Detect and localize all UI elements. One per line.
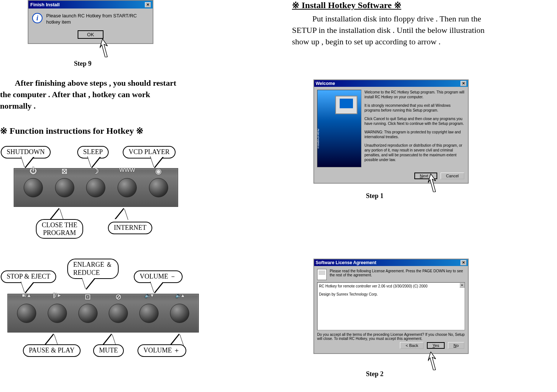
function-heading: ※ Function instructions for Hotkey ※: [0, 126, 143, 136]
finish-install-dialog: Finish Install ✕ i Please launch RC Hotk…: [28, 0, 153, 44]
shutdown-button[interactable]: ⏻: [24, 178, 43, 197]
license-question: Do you accept all the terms of the prece…: [317, 333, 465, 341]
sleep-button[interactable]: ☽: [86, 178, 105, 197]
step9-label: Step 9: [74, 60, 92, 68]
mute-button[interactable]: ⊘: [109, 304, 128, 323]
volume-down-button[interactable]: 🔈▾: [139, 304, 159, 323]
cancel-button[interactable]: Cancel: [441, 173, 464, 179]
internet-button[interactable]: WWW: [118, 178, 137, 197]
license-dialog: Software License Agreement ✕ Please read…: [313, 259, 469, 354]
svg-marker-0: [100, 39, 110, 57]
welcome-p4: WARNING: This program is protected by co…: [364, 130, 465, 139]
license-prompt: Please read the following License Agreem…: [330, 269, 465, 277]
close-callout: CLOSE THE PROGRAM: [36, 219, 83, 239]
hotkey-strip-top: ⏻ ⊠ ☽ WWW ◉: [14, 168, 178, 207]
internet-callout: INTERNET: [108, 222, 152, 234]
finish-install-titlebar: Finish Install ✕: [28, 1, 153, 8]
close-icon[interactable]: ✕: [461, 81, 466, 86]
hotkey-diagram-top: SHUTDOWN SLEEP VCD PLAYER ⏻ ⊠ ☽ WWW ◉ CL…: [1, 146, 193, 249]
svg-marker-2: [428, 352, 438, 370]
volminus-callout: VOLUME －: [134, 270, 183, 283]
finish-install-message: Please launch RC Hotkey from START/RC ho…: [46, 13, 149, 25]
volplus-callout: VOLUME ＋: [137, 344, 186, 357]
arrow-pointer-icon: [100, 39, 111, 59]
volume-up-button[interactable]: 🔈▴: [170, 304, 189, 323]
close-program-button[interactable]: ⊠: [55, 178, 74, 197]
license-titlebar: Software License Agreement ✕: [314, 259, 468, 266]
welcome-titlebar: Welcome ✕: [314, 80, 468, 87]
arrow-pointer-icon: [428, 352, 439, 372]
yes-button[interactable]: YesYes: [427, 342, 445, 349]
license-textarea[interactable]: ▴ RC Hotkey for remote controller ver 2.…: [317, 282, 465, 330]
restart-instruction: After finishing above steps , you should…: [0, 78, 181, 112]
step1-label: Step 1: [366, 192, 384, 200]
install-heading: ※ Install Hotkey Software ※: [292, 0, 492, 10]
install-text: Put installation disk into floppy drive …: [292, 13, 492, 47]
welcome-p3: Click Cancel to quit Setup and then clos…: [364, 116, 465, 126]
installshield-image: [317, 90, 361, 167]
pause-callout: PAUSE & PLAY: [23, 344, 81, 357]
welcome-p2: It is strongly recommended that you exit…: [364, 103, 465, 113]
hotkey-strip-bottom: ■/▲ ǁ/► ⊡ ⊘ 🔈▾ 🔈▴: [7, 294, 199, 333]
license-line2: Design by Sunrex Technology Corp.: [319, 292, 463, 296]
arrow-pointer-icon: [428, 174, 439, 194]
pause-play-button[interactable]: ǁ/►: [48, 304, 67, 323]
vcd-callout: VCD PLAYER: [123, 146, 176, 158]
monitor-icon: [335, 96, 357, 114]
license-title: Software License Agreement: [316, 260, 376, 265]
no-button[interactable]: NoNo: [448, 342, 464, 349]
stop-callout: STOP & EJECT: [1, 270, 56, 283]
enlarge-callout: ENLARGE ＆ REDUCE: [67, 259, 119, 279]
enlarge-reduce-button[interactable]: ⊡: [78, 304, 98, 323]
svg-marker-1: [428, 174, 438, 192]
close-icon[interactable]: ✕: [145, 2, 151, 7]
back-button[interactable]: < Back: [400, 342, 424, 349]
welcome-dialog: Welcome ✕ Welcome to the RC Hotkey Setup…: [313, 79, 469, 184]
scroll-up-icon[interactable]: ▴: [459, 283, 465, 288]
mute-callout: MUTE: [93, 344, 124, 357]
ok-button[interactable]: OK: [78, 30, 104, 39]
document-icon: [317, 269, 327, 280]
finish-install-title: Finish Install: [30, 2, 60, 7]
stop-eject-button[interactable]: ■/▲: [17, 304, 36, 323]
welcome-title: Welcome: [316, 81, 335, 86]
hotkey-diagram-bottom: STOP & EJECT ENLARGE ＆ REDUCE VOLUME － ■…: [1, 259, 208, 377]
vcd-button[interactable]: ◉: [149, 178, 168, 197]
license-line1: RC Hotkey for remote controller ver 2.06…: [319, 284, 463, 288]
close-icon[interactable]: ✕: [461, 260, 466, 265]
welcome-p5: Unauthorized reproduction or distributio…: [364, 143, 465, 162]
step2-label: Step 2: [366, 370, 384, 378]
info-icon: i: [32, 13, 43, 23]
welcome-p1: Welcome to the RC Hotkey Setup program. …: [364, 90, 465, 99]
